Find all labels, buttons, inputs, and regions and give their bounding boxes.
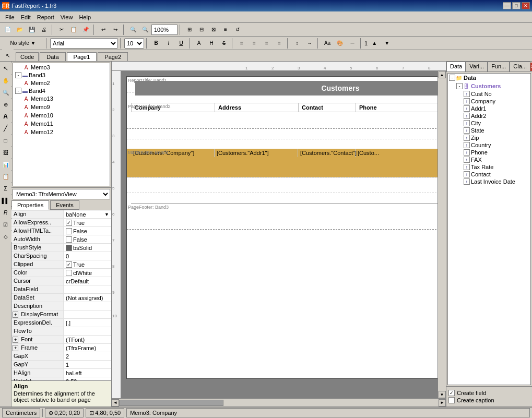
expand-icon[interactable]: - [456,83,463,89]
canvas-scroll[interactable]: ReportTitle: Band1 Customers PageHeader:… [121,71,438,398]
tree-item-memo13[interactable]: A Memo13 [13,94,110,103]
tab-properties[interactable]: Properties [11,200,49,210]
prop-value[interactable] [64,285,111,293]
zoom-tool-vert[interactable]: 🔍 [0,87,11,98]
prop-value[interactable]: haLeft [64,369,111,377]
prop-value[interactable]: crDefault [64,277,111,285]
expand-icon[interactable]: - [15,88,21,94]
tab-code[interactable]: Code [16,52,39,61]
expand-icon[interactable]: - [15,72,21,78]
h-scroll-thumb[interactable] [119,400,223,406]
text-tool[interactable]: A [0,111,11,122]
scroll-up-button[interactable]: ▲ [439,71,446,78]
prop-value[interactable] [64,302,111,310]
prop-value[interactable]: (Not assigned) [64,294,111,302]
pointer-tool[interactable]: ↖ [2,50,14,61]
tab-page1[interactable]: Page1 [67,52,97,61]
menu-edit[interactable]: Edit [18,13,34,21]
tree-item-memo3[interactable]: A Memo3 [13,63,110,71]
field-state[interactable]: f State [448,127,530,134]
align-center-button[interactable]: ≡ [249,38,260,49]
checkbox-icon[interactable] [66,228,72,234]
font-color-button[interactable]: A [193,38,205,49]
copy-button[interactable]: 📋 [68,24,79,35]
tab-classes[interactable]: Cla... [510,62,530,71]
prop-value[interactable]: False [64,235,111,243]
tab-page2[interactable]: Page2 [98,52,128,61]
italic-button[interactable]: I [163,38,174,49]
line-up-button[interactable]: ▲ [369,38,380,49]
prop-value[interactable]: True [64,219,111,226]
open-button[interactable]: 📂 [14,24,26,35]
prop-value[interactable]: 2 [64,352,111,360]
strikethrough-button[interactable]: S̶ [218,38,230,49]
format-button[interactable]: Aa [322,38,333,49]
save-button[interactable]: 💾 [26,24,38,35]
horizontal-scrollbar[interactable]: ◄ ► [112,398,446,407]
font-family-select[interactable]: Arial [50,38,118,49]
dataset-customers[interactable]: - 🗄 Customers [448,82,530,90]
field-addr1[interactable]: f Addr1 [448,105,530,112]
indent-button[interactable]: → [304,38,315,49]
menu-report[interactable]: Report [34,13,57,21]
scroll-down-button[interactable]: ▼ [439,391,446,398]
object-selector[interactable]: Memo3: TfrxMemoView [13,189,110,199]
prop-value[interactable]: [,] [64,319,111,327]
prop-value[interactable] [64,327,111,335]
align-left-button[interactable]: ≡ [236,38,247,49]
field-taxrate[interactable]: f Tax Rate [448,163,530,171]
vertical-scrollbar[interactable]: ▲ ▼ [438,71,446,398]
menu-view[interactable]: View [57,13,76,21]
tree-item-memo12[interactable]: A Memo12 [13,128,110,136]
menu-file[interactable]: File [2,13,18,21]
checkbox-icon[interactable] [66,236,72,243]
barcode-tool[interactable]: ▌▌ [0,195,11,206]
bold-button[interactable]: B [150,38,162,49]
rtf-tool[interactable]: R [0,207,11,218]
field-addr2[interactable]: f Addr2 [448,112,530,120]
line-down-button[interactable]: ▼ [381,38,393,49]
align-right-button[interactable]: ≡ [261,38,273,49]
line-tool[interactable]: ╱ [0,123,11,134]
field-fax[interactable]: f FAX [448,156,530,163]
tab-data-right[interactable]: Data [446,62,466,71]
checkbox-icon[interactable] [66,261,72,268]
prop-value[interactable]: False [64,227,111,235]
align-button[interactable]: ⊞ [184,24,195,35]
field-phone[interactable]: f Phone [448,149,530,156]
zoom-input[interactable] [151,25,178,35]
field-city[interactable]: f City [448,120,530,127]
underline-button[interactable]: U [175,38,187,49]
snap-button[interactable]: ⊠ [208,24,219,35]
subreport-tool[interactable]: 📋 [0,171,11,182]
magnifier-tool[interactable]: ⊕ [0,99,11,110]
scroll-tool[interactable]: ✋ [0,75,11,86]
highlight-button[interactable]: H [206,38,217,49]
expand-icon[interactable]: + [13,312,18,318]
font-size-select[interactable]: 10 [124,38,144,49]
shape-tool[interactable]: ◇ [0,231,11,242]
zoom-in-button[interactable]: 🔍 [127,24,139,35]
line-color-button[interactable]: ─ [347,38,358,49]
redo-button[interactable]: ↪ [110,24,121,35]
scroll-left-button[interactable]: ◄ [112,399,119,407]
justify-button[interactable]: ≡ [274,38,285,49]
rotate-button[interactable]: ↺ [232,24,243,35]
prop-value[interactable]: True [64,260,111,268]
minimize-button[interactable]: — [503,2,511,9]
expand-font-icon[interactable]: + [13,337,18,343]
tree-item-memo2[interactable]: A Memo2 [13,79,110,87]
checkbox-icon[interactable] [66,220,72,226]
field-custno[interactable]: f Cust No [448,90,530,98]
tree-item-memo10[interactable]: A Memo10 [13,111,110,120]
checkbox-tool[interactable]: ☑ [0,219,11,230]
tree-item-band3[interactable]: - ▬ Band3 [13,71,110,79]
field-contact[interactable]: f Contact [448,171,530,178]
undo-button[interactable]: ↩ [98,24,109,35]
create-caption-checkbox[interactable] [448,397,455,403]
new-button[interactable]: 📄 [2,24,14,35]
close-button[interactable]: ✕ [522,2,530,9]
prop-value[interactable]: 0 [64,252,111,260]
rect-tool[interactable]: □ [0,135,11,146]
spacing-button[interactable]: ↕ [291,38,303,49]
